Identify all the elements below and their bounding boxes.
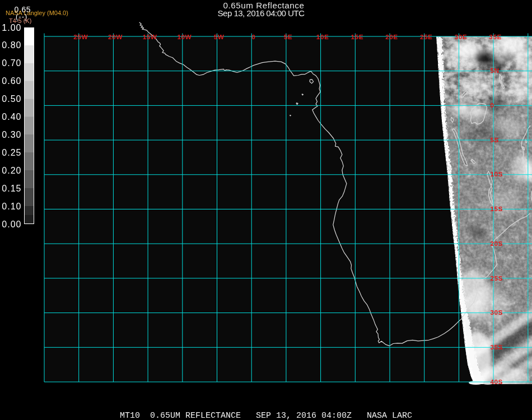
svg-text:Sep 13, 2016 04:00 UTC: Sep 13, 2016 04:00 UTC xyxy=(218,8,305,18)
svg-text:0.60: 0.60 xyxy=(2,76,21,86)
svg-text:5S: 5S xyxy=(491,136,499,144)
svg-text:35S: 35S xyxy=(491,343,503,351)
svg-text:0.10: 0.10 xyxy=(2,202,21,211)
svg-text:0.70: 0.70 xyxy=(2,58,21,68)
svg-text:15E: 15E xyxy=(351,33,364,41)
svg-text:30E: 30E xyxy=(455,33,468,41)
svg-text:20S: 20S xyxy=(491,240,503,248)
svg-text:0.50: 0.50 xyxy=(2,94,21,104)
svg-text:5W: 5W xyxy=(214,33,225,41)
svg-text:0.25: 0.25 xyxy=(2,148,21,157)
svg-text:15W: 15W xyxy=(143,33,157,41)
svg-text:15S: 15S xyxy=(491,205,503,213)
svg-text:0.80: 0.80 xyxy=(2,40,21,50)
svg-text:10E: 10E xyxy=(316,33,329,41)
svg-text:25S: 25S xyxy=(491,274,503,282)
svg-text:25E: 25E xyxy=(420,33,433,41)
svg-text:T4-5 (K): T4-5 (K) xyxy=(9,17,31,24)
svg-text:30S: 30S xyxy=(491,309,503,316)
svg-text:35E: 35E xyxy=(489,33,502,41)
svg-text:5N: 5N xyxy=(491,67,500,74)
svg-text:MT10 0.65UM REFLECTANCE SEP: MT10 0.65UM REFLECTANCE SEP 13, 2016 04:… xyxy=(120,411,412,420)
svg-text:0.40: 0.40 xyxy=(2,112,21,122)
svg-text:0.00: 0.00 xyxy=(2,220,21,229)
svg-text:20E: 20E xyxy=(385,33,398,41)
svg-text:0.15: 0.15 xyxy=(2,184,21,193)
svg-text:25W: 25W xyxy=(73,33,88,41)
svg-text:20W: 20W xyxy=(108,33,123,41)
svg-text:1.00: 1.00 xyxy=(2,23,21,32)
svg-text:0.20: 0.20 xyxy=(2,166,21,175)
svg-text:10S: 10S xyxy=(491,170,503,178)
svg-text:0: 0 xyxy=(251,33,255,41)
svg-text:NASA Langley (M04.0): NASA Langley (M04.0) xyxy=(6,10,68,16)
svg-text:40S: 40S xyxy=(491,378,503,386)
svg-text:0: 0 xyxy=(491,101,494,109)
svg-text:0.30: 0.30 xyxy=(2,130,21,139)
svg-text:10W: 10W xyxy=(177,33,192,41)
svg-text:5E: 5E xyxy=(284,33,292,41)
